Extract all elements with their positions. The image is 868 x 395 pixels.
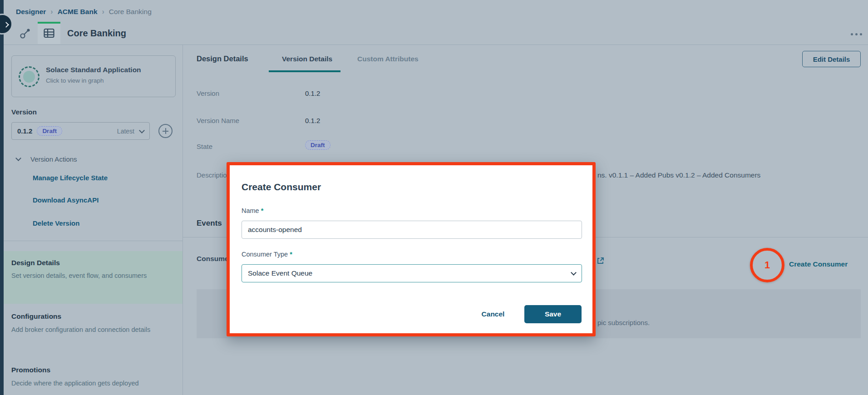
field-value-version-name: 0.1.2 [305,117,320,124]
add-version-button[interactable] [158,124,173,138]
required-asterisk: * [261,207,264,214]
breadcrumb-separator-icon: › [50,8,53,16]
tab-version-details[interactable]: Version Details [282,55,332,63]
version-actions-label: Version Actions [30,155,77,163]
version-section-label: Version [11,108,37,116]
graph-view-icon [20,27,31,39]
create-consumer-modal: Create Consumer Name * Consumer Type * S… [227,162,596,336]
app-graph-card[interactable]: Solace Standard Application Click to vie… [11,55,176,97]
chevron-down-icon [15,155,21,161]
collapsed-nav-rail [0,0,4,395]
events-section-heading: Events [197,219,222,228]
tab-graph-view[interactable] [14,22,37,44]
application-node-icon [19,66,39,87]
download-asyncapi-link[interactable]: Download AsyncAPI [33,196,99,204]
app-card-subtitle: Click to view in graph [46,77,104,84]
consumer-type-label-text: Consumer Type [242,251,288,258]
app-root: Designer › ACME Bank › Core Banking Core… [0,0,868,395]
breadcrumb-acme-bank[interactable]: ACME Bank [58,8,98,16]
nav-subtitle: Decide where the application gets deploy… [11,378,168,389]
field-value-description: ns. v0.1.1 – Added Pubs v0.1.2 – Added C… [597,171,760,179]
tab-list-view-active[interactable] [38,22,60,44]
sidebar-section-divider [4,241,182,241]
field-label-description: Description [197,171,231,179]
active-tab-underline [269,70,340,72]
version-state-badge: Draft [37,126,62,136]
consumer-type-field-label: Consumer Type * [242,251,292,258]
name-field-label: Name * [242,207,263,214]
expand-sidebar-button[interactable] [0,14,13,35]
header-divider [0,44,868,45]
nav-subtitle: Set version details, event flow, and con… [11,270,154,281]
nav-title: Promotions [11,366,50,374]
name-label-text: Name [242,207,259,214]
nav-title: Configurations [11,312,61,321]
version-actions-toggle[interactable]: Version Actions [16,155,77,163]
state-draft-badge: Draft [305,140,330,150]
edit-details-button[interactable]: Edit Details [802,51,861,67]
sidebar-divider [182,44,183,395]
tab-custom-attributes[interactable]: Custom Attributes [357,55,419,63]
annotation-step-circle: 1 [750,248,784,282]
chevron-right-icon [3,22,9,28]
create-consumer-link[interactable]: Create Consumer [789,260,848,268]
field-label-state: State [197,143,212,150]
nav-subtitle: Add broker configuration and connection … [11,324,152,336]
version-selector[interactable]: 0.1.2 Draft Latest [11,122,150,140]
chevron-down-icon [571,270,577,276]
field-label-version: Version [197,89,219,97]
page-title: Core Banking [67,28,126,39]
consumer-name-input[interactable] [242,221,582,239]
consumer-type-select[interactable]: Solace Event Queue [242,264,582,282]
nav-title: Design Details [11,259,60,267]
required-asterisk: * [290,251,292,258]
breadcrumb-designer[interactable]: Designer [16,8,46,16]
modal-title: Create Consumer [242,182,321,193]
more-options-icon[interactable] [848,30,864,38]
breadcrumb: Designer › ACME Bank › Core Banking [16,6,152,17]
version-number: 0.1.2 [17,127,32,135]
consumers-empty-state-text: pic subscriptions. [597,319,650,326]
consumer-type-selected-value: Solace Event Queue [248,269,312,277]
external-link-icon[interactable] [597,257,604,267]
tab-design-details[interactable]: Design Details [197,54,248,63]
breadcrumb-separator-icon: › [102,8,104,16]
delete-version-link[interactable]: Delete Version [33,219,79,227]
field-label-version-name: Version Name [197,117,239,124]
table-view-icon [43,27,55,39]
app-card-title: Solace Standard Application [46,66,141,74]
field-value-version: 0.1.2 [305,89,320,97]
annotation-step-number: 1 [764,259,770,271]
save-button[interactable]: Save [524,305,582,323]
chevron-down-icon [139,128,145,133]
breadcrumb-core-banking: Core Banking [109,8,152,16]
latest-label: Latest [117,128,134,135]
cancel-button[interactable]: Cancel [470,305,516,323]
manage-lifecycle-state-link[interactable]: Manage Lifecycle State [33,174,108,182]
